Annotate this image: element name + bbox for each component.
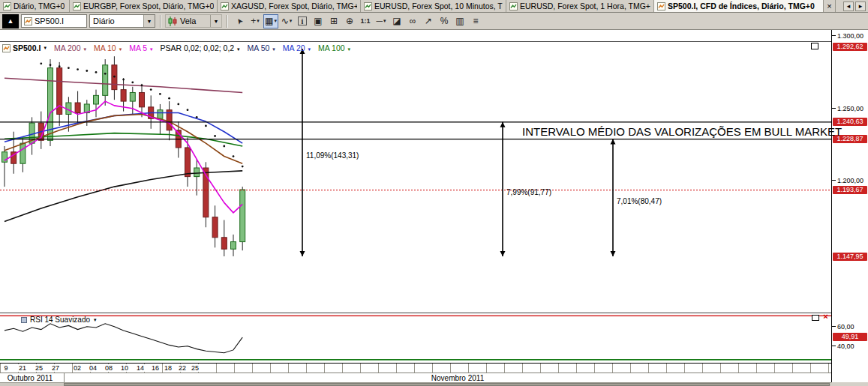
oscillators-tool[interactable]: ∿▾ <box>279 14 294 28</box>
date-tick: 16 <box>151 364 160 372</box>
measure-label: 11,09%(143,31) <box>306 151 359 160</box>
date-axis[interactable]: 9212527020408101416182225 <box>0 363 831 373</box>
period-value: Diário <box>90 16 143 25</box>
crosshair-tool-icon: + <box>251 16 256 26</box>
up-arrow-icon: ▲ <box>8 17 14 25</box>
measure-arrow-1[interactable]: 11,09%(143,31) <box>300 49 359 256</box>
tab-4[interactable]: EURUSD, Forex Spot, 10 Minutos, TMG+0 <box>361 0 506 12</box>
chevron-down-icon[interactable]: ▾ <box>272 46 275 52</box>
date-tick: 08 <box>104 364 113 372</box>
toolbar-separator <box>160 15 161 28</box>
scroll-tabs-right-button[interactable]: ▸ <box>855 1 866 11</box>
dropdown-caret-icon[interactable]: ▾ <box>290 18 293 24</box>
indicators-tool[interactable]: ▦▾ <box>263 14 278 28</box>
new-window-tool[interactable]: ▣ <box>311 14 326 28</box>
tile-windows-tool[interactable]: ⊞ <box>326 14 341 28</box>
actual-size-tool[interactable]: 1:1 <box>358 14 373 28</box>
legend-psar-0-02-0-02-0-2[interactable]: PSAR 0,02; 0,02; 0,2 ▾ <box>161 43 240 52</box>
actual-size-tool-icon: 1:1 <box>360 17 370 25</box>
scrollbar-thumb[interactable] <box>64 383 830 386</box>
tab-6[interactable]: SP500.I, CFD de Índices, Diário, TMG+0 <box>654 0 824 12</box>
dropdown-caret-icon[interactable]: ▾ <box>257 18 260 24</box>
trendline-tool-icon: ─ <box>376 16 383 26</box>
price-axis[interactable]: 1.300,001.250,001.200,001.292,621.240,63… <box>831 30 868 382</box>
date-tick: 22 <box>178 364 187 372</box>
legend-symbol[interactable]: SP500.I ▾ <box>2 43 47 52</box>
annotation-text: INTERVALO MÉDIO DAS VALORIZAÇÕES EM BULL… <box>522 125 842 138</box>
detach-tool[interactable]: ↗ <box>421 14 436 28</box>
chevron-down-icon[interactable]: ▾ <box>44 45 47 51</box>
legend-ma-5[interactable]: MA 5 ▾ <box>129 43 152 52</box>
percent-tool[interactable]: % <box>437 14 452 28</box>
chevron-down-icon[interactable]: ▾ <box>348 46 351 52</box>
chevron-down-icon[interactable]: ▾ <box>119 46 122 52</box>
close-tab-button[interactable]: × <box>824 0 836 12</box>
eraser-tool-icon: ◪ <box>392 16 401 26</box>
rsi-indicator-label[interactable]: RSI 14 Suavizado ▾ <box>21 316 97 324</box>
scroll-tabs-left-button[interactable]: ◂ <box>843 1 854 11</box>
measure-arrow-2[interactable]: 7,99%(91,77) <box>500 122 552 256</box>
date-tick: 9 <box>3 364 8 372</box>
tab-2[interactable]: EURGBP, Forex Spot, Diário, TMG+0 <box>70 0 218 12</box>
measure-label: 7,99%(91,77) <box>506 188 551 196</box>
eraser-tool[interactable]: ◪ <box>389 14 404 28</box>
price-chart[interactable]: 11,09%(143,31)7,99%(91,77)7,01%(80,47) <box>0 30 831 313</box>
dropdown-caret-icon[interactable]: ▾ <box>383 18 386 24</box>
date-tick: 18 <box>164 364 173 372</box>
tab-1[interactable]: Diário, TMG+0 <box>0 0 70 12</box>
candles <box>2 56 245 256</box>
rsi-badge: 49,91 <box>833 333 867 341</box>
legend-ma-20[interactable]: MA 20 ▾ <box>283 43 311 52</box>
chevron-down-icon[interactable]: ▼ <box>143 15 155 27</box>
tab-5[interactable]: EURUSD, Forex Spot, 1 Hora, TMG+0 <box>506 0 654 12</box>
instrument-icon <box>24 17 32 25</box>
tile-windows-tool-icon: ⊞ <box>330 16 338 26</box>
cursor-tool[interactable]: ➤ <box>232 14 247 28</box>
chevron-down-icon[interactable]: ▾ <box>150 46 153 52</box>
chart-type-value: Vela <box>177 16 210 25</box>
trendline-tool[interactable]: ─▾ <box>374 14 389 28</box>
measure-label: 7,01%(80,47) <box>617 197 662 205</box>
legend-ma-200[interactable]: MA 200 ▾ <box>54 43 86 52</box>
maximize-chart-icon[interactable] <box>811 43 818 49</box>
price-badge: 1.193,67 <box>833 186 867 194</box>
measure-arrow-3[interactable]: 7,01%(80,47) <box>611 139 662 256</box>
rsi-chart[interactable] <box>0 314 831 363</box>
rsi-label-text: RSI 14 Suavizado <box>30 316 90 324</box>
maximize-rsi-icon[interactable] <box>812 315 819 321</box>
chart-style-tool-icon: ▥ <box>455 16 464 26</box>
tab-3[interactable]: XAGUSD, Forex Spot, Diário, TMG+0 <box>218 0 361 12</box>
chart-tab-icon <box>657 2 665 10</box>
menu-tool[interactable]: ≡ <box>468 14 483 28</box>
period-select[interactable]: Diário ▼ <box>89 14 155 28</box>
month-label: Outubro 2011 <box>8 374 53 382</box>
tabbar: Diário, TMG+0EURGBP, Forex Spot, Diário,… <box>0 0 868 13</box>
menu-tool-icon: ≡ <box>473 16 478 26</box>
crosshair-tool[interactable]: +▾ <box>248 14 263 28</box>
date-tick: 21 <box>18 364 27 372</box>
chart-type-select[interactable]: Vela ▼ <box>165 14 222 28</box>
restore-chart-button[interactable]: ▲ <box>2 14 19 28</box>
tab-label: SP500.I, CFD de Índices, Diário, TMG+0 <box>668 1 815 10</box>
chevron-down-icon[interactable]: ▾ <box>83 46 86 52</box>
chevron-down-icon[interactable]: ▾ <box>308 46 311 52</box>
date-tick: 25 <box>35 364 44 372</box>
horizontal-scrollbar[interactable] <box>0 382 831 386</box>
symbol-input[interactable]: SP500.I <box>21 14 87 28</box>
zoom-tool[interactable]: ⊕ <box>342 14 357 28</box>
legend-ma-100[interactable]: MA 100 ▾ <box>318 43 350 52</box>
chevron-down-icon[interactable]: ▾ <box>94 317 97 323</box>
legend-ma-50[interactable]: MA 50 ▾ <box>248 43 275 52</box>
tab-label: Diário, TMG+0 <box>14 1 65 10</box>
chevron-down-icon[interactable]: ▼ <box>210 15 221 27</box>
tab-list: Diário, TMG+0EURGBP, Forex Spot, Diário,… <box>0 0 824 12</box>
info-tool-icon: i <box>298 16 307 25</box>
close-rsi-icon[interactable]: × <box>821 313 830 321</box>
dropdown-caret-icon[interactable]: ▾ <box>274 18 277 24</box>
chevron-down-icon[interactable]: ▾ <box>237 46 240 52</box>
link-tool[interactable]: ∞ <box>405 14 420 28</box>
chart-tab-icon <box>221 2 229 10</box>
chart-style-tool[interactable]: ▥ <box>452 14 467 28</box>
legend-ma-10[interactable]: MA 10 ▾ <box>94 43 122 52</box>
info-tool[interactable]: i <box>295 14 310 28</box>
